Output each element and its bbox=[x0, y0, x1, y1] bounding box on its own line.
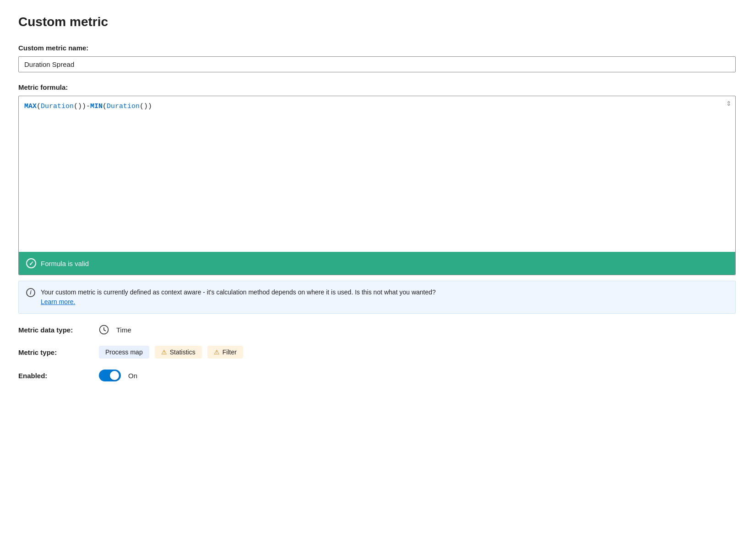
formula-display: MAX(Duration())-MIN(Duration()) bbox=[24, 102, 719, 112]
process-map-label: Process map bbox=[105, 348, 143, 356]
formula-op-4: ()) bbox=[140, 103, 152, 110]
enabled-toggle[interactable] bbox=[99, 370, 121, 381]
page-title: Custom metric bbox=[18, 15, 736, 29]
clock-icon bbox=[99, 325, 109, 335]
filter-warning-icon: ⚠ bbox=[214, 348, 220, 356]
valid-check-icon: ✓ bbox=[26, 258, 36, 268]
formula-duration-2: Duration bbox=[107, 103, 140, 110]
statistics-label: Statistics bbox=[170, 348, 195, 356]
formula-op-1: ( bbox=[37, 103, 41, 110]
data-type-value: Time bbox=[116, 326, 131, 334]
enabled-label: Enabled: bbox=[18, 372, 92, 380]
data-type-row: Metric data type: Time bbox=[18, 325, 736, 335]
formula-valid-banner: ✓ Formula is valid bbox=[19, 252, 735, 275]
learn-more-link[interactable]: Learn more. bbox=[41, 298, 75, 305]
checkmark: ✓ bbox=[29, 261, 34, 266]
valid-message: Formula is valid bbox=[41, 260, 89, 267]
metric-type-label: Metric type: bbox=[18, 348, 92, 356]
formula-op-2: ())- bbox=[74, 103, 90, 110]
formula-duration-1: Duration bbox=[41, 103, 74, 110]
info-text: Your custom metric is currently defined … bbox=[41, 288, 436, 307]
formula-min-keyword: MIN bbox=[90, 103, 103, 110]
resize-handle-icon[interactable]: ⇕ bbox=[726, 100, 732, 107]
context-aware-info: i Your custom metric is currently define… bbox=[18, 281, 736, 314]
data-type-label: Metric data type: bbox=[18, 326, 92, 334]
info-message-text: Your custom metric is currently defined … bbox=[41, 288, 436, 296]
process-map-chip[interactable]: Process map bbox=[99, 346, 149, 359]
enabled-row: Enabled: On bbox=[18, 370, 736, 381]
formula-op-3: ( bbox=[103, 103, 107, 110]
info-icon: i bbox=[26, 288, 35, 297]
formula-max-keyword: MAX bbox=[24, 103, 37, 110]
metric-type-row: Metric type: Process map ⚠ Statistics ⚠ … bbox=[18, 346, 736, 359]
filter-label: Filter bbox=[222, 348, 237, 356]
filter-chip[interactable]: ⚠ Filter bbox=[207, 346, 243, 359]
toggle-slider bbox=[99, 370, 121, 381]
statistics-chip[interactable]: ⚠ Statistics bbox=[155, 346, 202, 359]
enabled-value: On bbox=[128, 372, 137, 380]
metric-name-section: Custom metric name: bbox=[18, 44, 736, 72]
formula-section: Metric formula: MAX(Duration())-MIN(Dura… bbox=[18, 83, 736, 314]
info-letter: i bbox=[30, 289, 31, 296]
metric-name-input[interactable] bbox=[18, 56, 736, 72]
formula-inner: MAX(Duration())-MIN(Duration()) ⇕ bbox=[19, 96, 735, 252]
formula-label: Metric formula: bbox=[18, 83, 736, 91]
metric-name-label: Custom metric name: bbox=[18, 44, 736, 52]
statistics-warning-icon: ⚠ bbox=[161, 348, 167, 356]
formula-editor: MAX(Duration())-MIN(Duration()) ⇕ ✓ Form… bbox=[18, 96, 736, 275]
metric-type-chips: Process map ⚠ Statistics ⚠ Filter bbox=[99, 346, 243, 359]
